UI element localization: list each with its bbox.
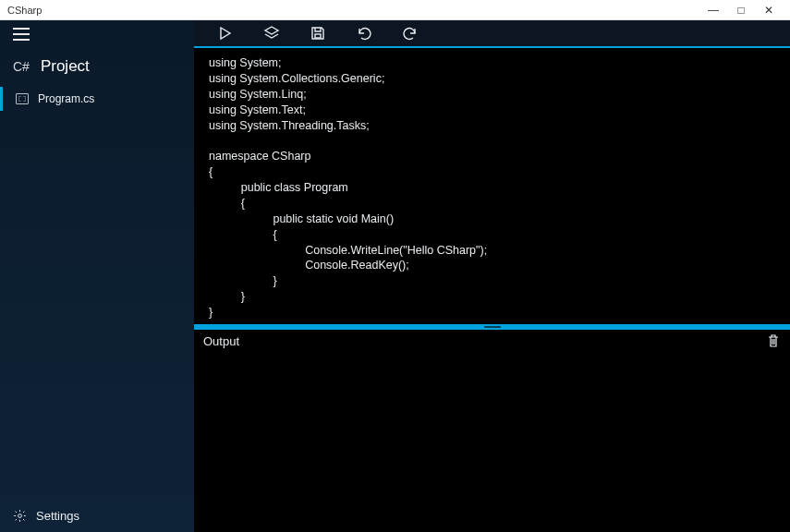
window-controls: — □ ✕ [699, 0, 783, 20]
main-panel: using System; using System.Collections.G… [194, 20, 790, 532]
file-name: Program.cs [38, 92, 94, 105]
output-title: Output [203, 334, 766, 348]
window-titlebar: CSharp — □ ✕ [0, 0, 790, 20]
output-panel[interactable] [194, 352, 790, 532]
svg-rect-1 [315, 34, 321, 38]
close-button[interactable]: ✕ [755, 0, 783, 20]
run-button[interactable] [216, 24, 235, 42]
code-editor[interactable]: using System; using System.Collections.G… [194, 48, 790, 324]
undo-icon [356, 26, 372, 41]
output-header: Output [194, 330, 790, 352]
project-header: C# Project [0, 48, 194, 87]
settings-button[interactable]: Settings [0, 500, 194, 532]
undo-button[interactable] [355, 24, 373, 42]
settings-label: Settings [36, 509, 79, 523]
sidebar: C# Project Program.cs Settings [0, 20, 194, 532]
code-file-icon [16, 93, 29, 104]
language-badge: C# [13, 59, 30, 74]
redo-icon [402, 26, 419, 41]
gear-icon [13, 509, 27, 523]
play-icon [219, 26, 232, 41]
window-title: CSharp [7, 5, 699, 16]
maximize-button[interactable]: □ [727, 0, 755, 20]
project-label: Project [41, 57, 90, 76]
layers-button[interactable] [262, 24, 281, 42]
minimize-button[interactable]: — [699, 0, 727, 20]
clear-output-button[interactable] [766, 333, 781, 348]
redo-button[interactable] [401, 24, 419, 42]
editor-toolbar [194, 20, 790, 48]
save-icon [310, 26, 325, 41]
file-list: Program.cs [0, 87, 194, 500]
grip-icon [484, 326, 501, 328]
file-item-program[interactable]: Program.cs [0, 87, 194, 111]
save-button[interactable] [309, 24, 327, 42]
layers-icon [263, 25, 280, 42]
svg-point-0 [18, 514, 22, 518]
hamburger-menu-icon[interactable] [13, 28, 30, 41]
